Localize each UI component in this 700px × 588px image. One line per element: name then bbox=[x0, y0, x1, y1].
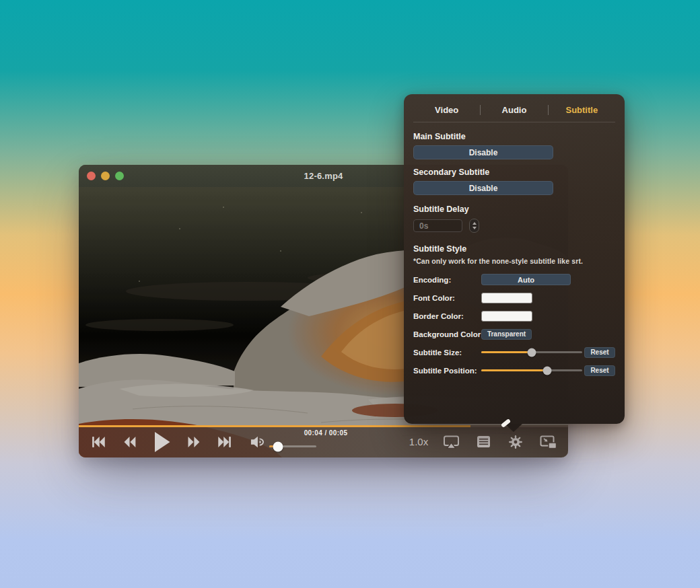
tab-audio[interactable]: Audio bbox=[481, 105, 547, 115]
subtitle-delay-label: Subtitle Delay bbox=[413, 205, 615, 214]
volume-icon bbox=[250, 435, 265, 449]
tab-subtitle[interactable]: Subtitle bbox=[549, 105, 615, 115]
secondary-subtitle-disable-button[interactable]: Disable bbox=[413, 181, 553, 195]
seek-bar[interactable] bbox=[79, 425, 568, 427]
subtitle-delay-input[interactable] bbox=[413, 219, 462, 232]
subtitle-delay-row bbox=[413, 219, 615, 233]
tab-video[interactable]: Video bbox=[413, 105, 480, 115]
subtitle-position-reset-button[interactable]: Reset bbox=[584, 365, 615, 376]
subtitle-position-slider-fill bbox=[481, 369, 547, 371]
playlist-icon bbox=[477, 435, 491, 448]
subtitle-position-slider[interactable] bbox=[481, 369, 582, 371]
settings-tabs: Video Audio Subtitle bbox=[413, 102, 615, 117]
gear-icon bbox=[508, 435, 523, 449]
subtitle-size-label: Subtitle Size: bbox=[413, 348, 462, 357]
volume-slider-knob[interactable] bbox=[273, 441, 283, 451]
main-subtitle-disable-button[interactable]: Disable bbox=[413, 145, 553, 159]
font-color-well[interactable] bbox=[481, 293, 532, 303]
subtitle-size-slider-knob[interactable] bbox=[528, 348, 536, 357]
skip-back-icon bbox=[91, 437, 106, 447]
font-color-row: Font Color: bbox=[413, 292, 615, 303]
stepper-up-icon bbox=[473, 222, 477, 225]
skip-forward-icon bbox=[217, 437, 232, 447]
player-control-bar: 00:04 / 00:05 1.0x bbox=[79, 425, 568, 457]
encoding-label: Encoding: bbox=[413, 276, 451, 284]
font-color-label: Font Color: bbox=[413, 294, 455, 302]
secondary-subtitle-label: Secondary Subtitle bbox=[413, 168, 615, 177]
subtitle-position-row: Subtitle Position: Reset bbox=[413, 365, 615, 376]
desktop-background: 12-6.mp4 bbox=[0, 0, 700, 588]
airplay-icon bbox=[443, 435, 460, 449]
airplay-button[interactable] bbox=[443, 435, 460, 449]
border-color-row: Border Color: bbox=[413, 310, 615, 322]
fast-forward-button[interactable] bbox=[186, 437, 201, 447]
subtitle-position-slider-knob[interactable] bbox=[542, 366, 551, 375]
border-color-label: Border Color: bbox=[413, 312, 464, 320]
pip-button[interactable] bbox=[540, 435, 557, 449]
background-color-button[interactable]: Transparent bbox=[481, 329, 532, 340]
border-color-well[interactable] bbox=[481, 311, 532, 322]
settings-popover: Video Audio Subtitle Main Subtitle Disab… bbox=[404, 94, 625, 424]
playback-speed-button[interactable]: 1.0x bbox=[404, 425, 433, 457]
skip-forward-button[interactable] bbox=[217, 437, 232, 447]
fast-forward-icon bbox=[186, 437, 201, 447]
background-color-label: Background Color: bbox=[413, 330, 483, 338]
encoding-auto-button[interactable]: Auto bbox=[481, 274, 571, 285]
background-color-row: Background Color: Transparent bbox=[413, 328, 615, 340]
stepper-down-icon bbox=[473, 227, 477, 229]
subtitle-size-slider[interactable] bbox=[481, 351, 582, 353]
popover-arrow bbox=[505, 424, 522, 432]
subtitle-size-slider-fill bbox=[481, 351, 532, 353]
volume-button[interactable] bbox=[250, 435, 265, 449]
time-display: 00:04 / 00:05 bbox=[297, 429, 355, 437]
main-subtitle-label: Main Subtitle bbox=[413, 132, 615, 141]
play-icon bbox=[153, 432, 170, 452]
tabs-divider bbox=[413, 122, 615, 122]
subtitle-size-reset-button[interactable]: Reset bbox=[584, 347, 615, 358]
rewind-icon bbox=[122, 437, 137, 447]
subtitle-size-row: Subtitle Size: Reset bbox=[413, 346, 615, 358]
play-button[interactable] bbox=[153, 432, 170, 452]
subtitle-style-note: *Can only work for the none-style subtit… bbox=[413, 257, 615, 265]
subtitle-style-label: Subtitle Style bbox=[413, 244, 615, 254]
skip-back-button[interactable] bbox=[91, 437, 106, 447]
subtitle-delay-stepper[interactable] bbox=[469, 219, 479, 233]
settings-button[interactable] bbox=[508, 435, 523, 449]
rewind-button[interactable] bbox=[122, 437, 137, 447]
subtitle-position-label: Subtitle Position: bbox=[413, 367, 477, 375]
volume-slider[interactable] bbox=[269, 445, 316, 447]
picture-in-picture-icon bbox=[540, 435, 557, 449]
playlist-button[interactable] bbox=[477, 435, 491, 448]
encoding-row: Encoding: Auto bbox=[413, 274, 615, 285]
